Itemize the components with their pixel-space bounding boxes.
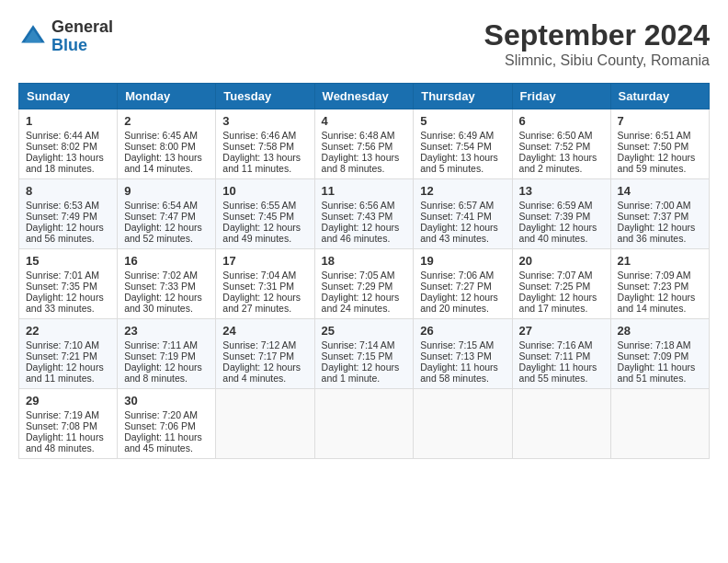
sunset-text: Sunset: 7:23 PM <box>618 281 689 292</box>
day-number: 13 <box>519 184 604 198</box>
weekday-header-friday: Friday <box>512 84 610 109</box>
sunrise-text: Sunrise: 7:10 AM <box>26 339 99 350</box>
calendar-day-26: 26 Sunrise: 7:15 AM Sunset: 7:13 PM Dayl… <box>414 319 512 389</box>
daylight-text: Daylight: 13 hours and 8 minutes. <box>322 152 400 174</box>
sunset-text: Sunset: 7:41 PM <box>420 211 492 222</box>
daylight-text: Daylight: 12 hours and 30 minutes. <box>124 292 202 314</box>
calendar-day-9: 9 Sunrise: 6:54 AM Sunset: 7:47 PM Dayli… <box>118 179 216 249</box>
day-number: 19 <box>420 254 505 268</box>
daylight-text: Daylight: 12 hours and 11 minutes. <box>26 362 104 384</box>
daylight-text: Daylight: 11 hours and 48 minutes. <box>26 431 104 454</box>
daylight-text: Daylight: 12 hours and 14 minutes. <box>618 292 696 314</box>
calendar-day-24: 24 Sunrise: 7:12 AM Sunset: 7:17 PM Dayl… <box>216 319 314 389</box>
sunrise-text: Sunrise: 6:59 AM <box>519 200 593 211</box>
calendar-week-row: 22 Sunrise: 7:10 AM Sunset: 7:21 PM Dayl… <box>19 319 710 389</box>
month-year: September 2024 <box>484 18 710 52</box>
sunrise-text: Sunrise: 7:20 AM <box>124 409 198 420</box>
sunrise-text: Sunrise: 6:56 AM <box>322 200 395 211</box>
sunset-text: Sunset: 7:39 PM <box>519 211 591 222</box>
logo: General Blue <box>18 18 113 55</box>
day-number: 25 <box>322 324 407 338</box>
sunset-text: Sunset: 7:54 PM <box>420 141 492 152</box>
calendar-day-7: 7 Sunrise: 6:51 AM Sunset: 7:50 PM Dayli… <box>610 109 709 179</box>
sunset-text: Sunset: 7:17 PM <box>222 350 294 362</box>
day-number: 21 <box>618 254 702 268</box>
day-number: 20 <box>519 254 604 268</box>
day-number: 18 <box>322 254 407 268</box>
calendar-week-row: 29 Sunrise: 7:19 AM Sunset: 7:08 PM Dayl… <box>19 389 710 459</box>
calendar-empty-cell <box>314 389 414 459</box>
day-number: 26 <box>420 324 505 338</box>
daylight-text: Daylight: 11 hours and 45 minutes. <box>124 431 202 454</box>
day-number: 11 <box>322 184 407 198</box>
daylight-text: Daylight: 12 hours and 20 minutes. <box>420 292 498 314</box>
daylight-text: Daylight: 12 hours and 52 minutes. <box>124 222 202 244</box>
sunset-text: Sunset: 7:08 PM <box>26 420 97 431</box>
calendar-day-20: 20 Sunrise: 7:07 AM Sunset: 7:25 PM Dayl… <box>512 249 610 319</box>
calendar-empty-cell <box>512 389 610 459</box>
calendar-body: 1 Sunrise: 6:44 AM Sunset: 8:02 PM Dayli… <box>19 109 710 459</box>
day-number: 4 <box>322 114 407 128</box>
calendar-day-4: 4 Sunrise: 6:48 AM Sunset: 7:56 PM Dayli… <box>314 109 414 179</box>
daylight-text: Daylight: 12 hours and 33 minutes. <box>26 292 104 314</box>
sunset-text: Sunset: 7:09 PM <box>618 350 689 362</box>
calendar-day-6: 6 Sunrise: 6:50 AM Sunset: 7:52 PM Dayli… <box>512 109 610 179</box>
calendar-day-12: 12 Sunrise: 6:57 AM Sunset: 7:41 PM Dayl… <box>414 179 512 249</box>
day-number: 6 <box>519 114 604 128</box>
calendar-day-2: 2 Sunrise: 6:45 AM Sunset: 8:00 PM Dayli… <box>118 109 216 179</box>
day-number: 8 <box>26 184 110 198</box>
calendar-table: SundayMondayTuesdayWednesdayThursdayFrid… <box>18 83 710 459</box>
sunrise-text: Sunrise: 6:46 AM <box>222 130 296 141</box>
sunrise-text: Sunrise: 7:15 AM <box>420 339 494 350</box>
daylight-text: Daylight: 12 hours and 46 minutes. <box>322 222 400 244</box>
logo-icon <box>18 22 48 52</box>
daylight-text: Daylight: 12 hours and 1 minute. <box>322 362 400 384</box>
daylight-text: Daylight: 12 hours and 59 minutes. <box>618 152 696 174</box>
day-number: 10 <box>222 184 307 198</box>
daylight-text: Daylight: 11 hours and 51 minutes. <box>618 362 696 384</box>
logo-blue: Blue <box>51 36 87 54</box>
day-number: 24 <box>222 324 307 338</box>
daylight-text: Daylight: 13 hours and 11 minutes. <box>222 152 301 174</box>
sunset-text: Sunset: 7:21 PM <box>26 350 97 362</box>
calendar-day-25: 25 Sunrise: 7:14 AM Sunset: 7:15 PM Dayl… <box>314 319 414 389</box>
day-number: 14 <box>618 184 702 198</box>
calendar-day-30: 30 Sunrise: 7:20 AM Sunset: 7:06 PM Dayl… <box>118 389 216 459</box>
day-number: 7 <box>618 114 702 128</box>
day-number: 3 <box>222 114 307 128</box>
daylight-text: Daylight: 12 hours and 49 minutes. <box>222 222 301 244</box>
day-number: 15 <box>26 254 110 268</box>
sunrise-text: Sunrise: 6:49 AM <box>420 130 494 141</box>
day-number: 29 <box>26 394 110 408</box>
daylight-text: Daylight: 12 hours and 17 minutes. <box>519 292 597 314</box>
daylight-text: Daylight: 11 hours and 58 minutes. <box>420 362 498 384</box>
daylight-text: Daylight: 12 hours and 40 minutes. <box>519 222 597 244</box>
calendar-week-row: 15 Sunrise: 7:01 AM Sunset: 7:35 PM Dayl… <box>19 249 710 319</box>
sunset-text: Sunset: 7:50 PM <box>618 141 689 152</box>
daylight-text: Daylight: 12 hours and 4 minutes. <box>222 362 301 384</box>
weekday-header-tuesday: Tuesday <box>216 84 314 109</box>
sunrise-text: Sunrise: 7:02 AM <box>124 270 198 281</box>
sunrise-text: Sunrise: 7:18 AM <box>618 339 691 350</box>
weekday-header-sunday: Sunday <box>19 84 118 109</box>
day-number: 23 <box>124 324 209 338</box>
sunset-text: Sunset: 7:11 PM <box>519 350 591 362</box>
sunset-text: Sunset: 7:45 PM <box>222 211 294 222</box>
day-number: 5 <box>420 114 505 128</box>
calendar-day-19: 19 Sunrise: 7:06 AM Sunset: 7:27 PM Dayl… <box>414 249 512 319</box>
weekday-header-saturday: Saturday <box>610 84 709 109</box>
sunset-text: Sunset: 8:00 PM <box>124 141 196 152</box>
sunrise-text: Sunrise: 6:55 AM <box>222 200 296 211</box>
calendar-day-28: 28 Sunrise: 7:18 AM Sunset: 7:09 PM Dayl… <box>610 319 709 389</box>
calendar-day-16: 16 Sunrise: 7:02 AM Sunset: 7:33 PM Dayl… <box>118 249 216 319</box>
sunset-text: Sunset: 7:15 PM <box>322 350 393 362</box>
weekday-header-row: SundayMondayTuesdayWednesdayThursdayFrid… <box>19 84 710 109</box>
calendar-day-22: 22 Sunrise: 7:10 AM Sunset: 7:21 PM Dayl… <box>19 319 118 389</box>
sunrise-text: Sunrise: 6:53 AM <box>26 200 99 211</box>
calendar-day-11: 11 Sunrise: 6:56 AM Sunset: 7:43 PM Dayl… <box>314 179 414 249</box>
sunrise-text: Sunrise: 7:05 AM <box>322 270 395 281</box>
day-number: 27 <box>519 324 604 338</box>
sunrise-text: Sunrise: 7:04 AM <box>222 270 296 281</box>
sunrise-text: Sunrise: 7:19 AM <box>26 409 99 420</box>
weekday-header-wednesday: Wednesday <box>314 84 414 109</box>
